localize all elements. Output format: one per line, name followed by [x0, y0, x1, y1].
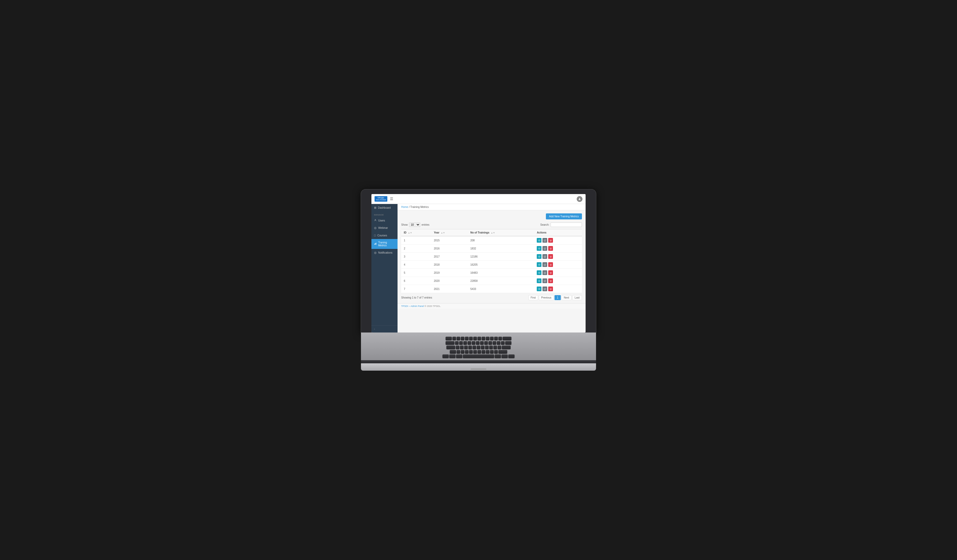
content-body: Add New Training Metrics Show 10 25 50 1	[398, 210, 586, 303]
cell-year: 2017	[431, 252, 468, 261]
view-button[interactable]	[537, 238, 542, 243]
table-row: 5 2019 16483	[401, 269, 582, 277]
sidebar-label-notifications: Notifications	[378, 251, 392, 254]
search-box: Search:	[540, 222, 582, 227]
cell-actions	[534, 245, 582, 252]
show-entries: Show 10 25 50 100 entries	[401, 222, 430, 227]
sidebar-label-webinar: Webinar	[378, 226, 388, 229]
table-footer: Showing 1 to 7 of 7 entries First Previo…	[401, 295, 582, 300]
page-1-btn[interactable]: 1	[554, 295, 561, 300]
delete-button[interactable]	[548, 254, 553, 259]
page-next-btn[interactable]: Next	[562, 295, 572, 300]
cell-no-of-trainings: 5433	[468, 285, 534, 293]
top-bar-right	[577, 196, 583, 202]
view-button[interactable]	[537, 254, 542, 259]
edit-button[interactable]	[543, 254, 547, 259]
col-year-label: Year	[434, 231, 439, 234]
edit-button[interactable]	[543, 278, 547, 283]
sidebar-item-dashboard[interactable]: ⊞ Dashboard	[371, 204, 398, 211]
sidebar-label-training-metrics: Traning Metrics	[378, 241, 395, 247]
svg-point-1	[375, 219, 376, 220]
page-first-btn[interactable]: First	[528, 295, 538, 300]
edit-button[interactable]	[543, 287, 547, 291]
cell-year: 2020	[431, 277, 468, 285]
cell-id: 5	[401, 269, 431, 277]
col-header-id[interactable]: ID ▲▼	[401, 229, 431, 237]
edit-button[interactable]	[543, 246, 547, 251]
col-header-no-of-trainings[interactable]: No of Trainings ▲▼	[468, 229, 534, 237]
sidebar-item-users[interactable]: Users	[371, 217, 398, 224]
svg-point-8	[539, 264, 539, 265]
sidebar-item-webinar[interactable]: ◎ Webinar	[371, 224, 398, 232]
delete-button[interactable]	[548, 270, 553, 275]
add-training-metrics-button[interactable]: Add New Training Metrics	[546, 213, 582, 219]
edit-button[interactable]	[543, 270, 547, 275]
view-button[interactable]	[537, 278, 542, 283]
cell-id: 6	[401, 277, 431, 285]
cell-year: 2018	[431, 261, 468, 269]
sidebar-item-courses[interactable]: □ Courses	[371, 232, 398, 239]
cell-year: 2019	[431, 269, 468, 277]
table-row: 1 2015 208	[401, 236, 582, 245]
view-button[interactable]	[537, 270, 542, 275]
table-row: 7 2021 5433	[401, 285, 582, 293]
table-row: 6 2020 22858	[401, 277, 582, 285]
search-label: Search:	[540, 223, 549, 226]
sidebar-item-notifications[interactable]: ◎ Notifications	[371, 249, 398, 257]
keyboard-area	[361, 333, 596, 360]
delete-button[interactable]	[548, 246, 553, 251]
cell-actions	[534, 236, 582, 245]
laptop-base	[361, 363, 596, 371]
dashboard-icon: ⊞	[374, 206, 376, 210]
cell-id: 7	[401, 285, 431, 293]
entries-select[interactable]: 10 25 50 100	[409, 222, 420, 227]
cell-no-of-trainings: 1832	[468, 245, 534, 252]
sidebar-item-training-metrics[interactable]: Traning Metrics	[371, 239, 398, 249]
svg-point-5	[539, 240, 539, 241]
cell-actions	[534, 252, 582, 261]
delete-button[interactable]	[548, 287, 553, 291]
sidebar-section-manage: MANAGE	[371, 211, 398, 217]
collapse-icon: ‹	[374, 328, 375, 330]
search-input[interactable]	[551, 222, 582, 227]
sidebar-collapse-btn[interactable]: ‹	[371, 325, 398, 333]
col-id-label: ID	[404, 231, 406, 234]
footer-text: TPSDI – Admin Panel © 2020 TPSDL.	[401, 305, 441, 308]
webinar-icon: ◎	[374, 226, 377, 230]
training-metrics-icon	[374, 242, 377, 246]
svg-point-7	[539, 256, 539, 257]
page-previous-btn[interactable]: Previous	[539, 295, 554, 300]
pagination-info: Showing 1 to 7 of 7 entries	[401, 296, 432, 299]
sort-year-icon: ▲▼	[441, 232, 445, 234]
user-avatar[interactable]	[577, 196, 583, 202]
cell-id: 1	[401, 236, 431, 245]
breadcrumb-current: Training Metrics	[410, 205, 429, 208]
svg-rect-2	[374, 244, 375, 245]
top-navbar: TPSDI TATA POWER ☰	[371, 194, 586, 204]
col-header-year[interactable]: Year ▲▼	[431, 229, 468, 237]
footer-brand-link[interactable]: TPSDI – Admin Panel	[401, 305, 424, 308]
hamburger-icon[interactable]: ☰	[390, 197, 393, 201]
delete-button[interactable]	[548, 262, 553, 267]
svg-point-10	[539, 281, 539, 281]
sidebar-label-courses: Courses	[377, 234, 387, 237]
screen: TPSDI TATA POWER ☰ ⊞ Dashboar	[371, 194, 586, 333]
cell-actions	[534, 269, 582, 277]
delete-button[interactable]	[548, 278, 553, 283]
breadcrumb-home[interactable]: Home	[401, 205, 408, 208]
cell-actions	[534, 285, 582, 293]
view-button[interactable]	[537, 246, 542, 251]
cell-id: 3	[401, 252, 431, 261]
edit-button[interactable]	[543, 262, 547, 267]
page-last-btn[interactable]: Last	[572, 295, 582, 300]
sort-trainings-icon: ▲▼	[491, 232, 495, 234]
view-button[interactable]	[537, 287, 542, 291]
cell-no-of-trainings: 208	[468, 236, 534, 245]
cell-no-of-trainings: 22858	[468, 277, 534, 285]
cell-no-of-trainings: 16205	[468, 261, 534, 269]
view-button[interactable]	[537, 262, 542, 267]
edit-button[interactable]	[543, 238, 547, 243]
delete-button[interactable]	[548, 238, 553, 243]
logo: TPSDI TATA POWER	[374, 196, 387, 202]
cell-no-of-trainings: 12186	[468, 252, 534, 261]
